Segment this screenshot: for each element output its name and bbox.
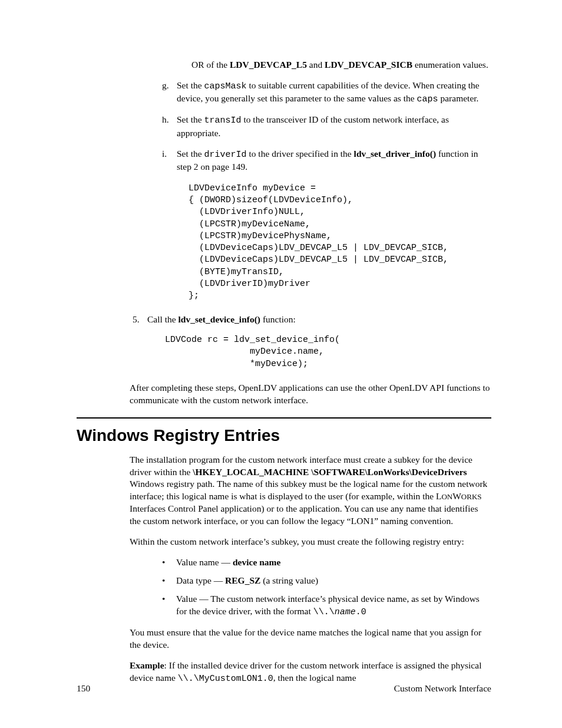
page-footer: 150 Custom Network Interface bbox=[77, 683, 491, 695]
bullet-icon: • bbox=[162, 575, 176, 587]
bullet-icon: • bbox=[162, 556, 176, 569]
smallcaps-text: ON bbox=[441, 492, 452, 501]
bullet-body: Value — The custom network interface’s p… bbox=[176, 593, 491, 618]
inline-code: transId bbox=[204, 116, 242, 126]
list-marker: g. bbox=[162, 80, 177, 106]
text: and bbox=[307, 60, 325, 70]
text: , then the logical name bbox=[273, 673, 356, 683]
bullet-value: • Value — The custom network interface’s… bbox=[162, 593, 491, 618]
text: Data type — bbox=[176, 575, 225, 585]
text: enumeration values. bbox=[412, 60, 488, 70]
func-name: ldv_set_driver_info() bbox=[354, 149, 436, 159]
continuation-line: OR of the LDV_DEVCAP_L5 and LDV_DEVCAP_S… bbox=[191, 59, 491, 71]
after-para: After completing these steps, OpenLDV ap… bbox=[130, 382, 491, 407]
bullet-list: • Value name — device name • Data type —… bbox=[162, 556, 491, 618]
text: W bbox=[452, 491, 461, 501]
code-block-device: LDVDeviceInfo myDevice = { (DWORD)sizeof… bbox=[189, 183, 491, 302]
registry-path: \HKEY_LOCAL_MACHINE \SOFTWARE\LonWorks\D… bbox=[193, 467, 467, 477]
reg-para-4: Example: If the installed device driver … bbox=[130, 660, 491, 685]
text: (a string value) bbox=[260, 575, 318, 585]
list-body: Set the transId to the transceiver ID of… bbox=[177, 114, 491, 139]
const-text: LDV_DEVCAP_L5 bbox=[230, 60, 307, 70]
list-body: Set the driverId to the driver specified… bbox=[177, 148, 491, 173]
bullet-body: Data type — REG_SZ (a string value) bbox=[176, 575, 318, 587]
list-body: Call the ldv_set_device_info() function: bbox=[147, 314, 491, 326]
reg-para-1: The installation program for the custom … bbox=[130, 454, 491, 528]
bullet-icon: • bbox=[162, 593, 176, 618]
text: function: bbox=[260, 314, 296, 324]
list-marker: 5. bbox=[133, 314, 147, 326]
const-text: LDV_DEVCAP_SICB bbox=[325, 60, 412, 70]
example-label: Example bbox=[130, 660, 164, 670]
text: Interfaces Control Panel application) or… bbox=[130, 503, 478, 526]
list-item-5: 5. Call the ldv_set_device_info() functi… bbox=[133, 314, 491, 326]
page: OR of the LDV_DEVCAP_L5 and LDV_DEVCAP_S… bbox=[0, 0, 562, 728]
bullet-data-type: • Data type — REG_SZ (a string value) bbox=[162, 575, 491, 587]
page-number: 150 bbox=[77, 683, 90, 695]
text: Value name — bbox=[176, 557, 233, 567]
section-heading: Windows Registry Entries bbox=[77, 417, 491, 447]
inline-code: driverId bbox=[204, 150, 247, 160]
inline-code: .0 bbox=[356, 607, 366, 617]
text: Windows registry path. The name of this … bbox=[130, 479, 487, 501]
code-block-call: LDVCode rc = ldv_set_device_info( myDevi… bbox=[165, 334, 491, 370]
bullet-value-name: • Value name — device name bbox=[162, 556, 491, 569]
text: Call the bbox=[147, 314, 178, 324]
text: Set the bbox=[177, 114, 204, 124]
list-marker: h. bbox=[162, 114, 177, 139]
bullet-body: Value name — device name bbox=[176, 556, 280, 569]
reg-para-2: Within the custom network interface’s su… bbox=[130, 536, 491, 548]
inline-code: \\.\ bbox=[313, 607, 335, 617]
inline-code-italic: name bbox=[335, 607, 356, 617]
list-item-i: i. Set the driverId to the driver specif… bbox=[162, 148, 491, 173]
strong-text: REG_SZ bbox=[225, 575, 260, 585]
text: Set the bbox=[177, 80, 204, 90]
list-item-h: h. Set the transId to the transceiver ID… bbox=[162, 114, 491, 139]
inline-code: capsMask bbox=[204, 81, 247, 91]
text: Set the bbox=[177, 149, 204, 159]
text: parameter. bbox=[438, 93, 479, 103]
func-name: ldv_set_device_info() bbox=[178, 314, 260, 324]
text: OR of the bbox=[191, 60, 230, 70]
reg-para-3: You must ensure that the value for the d… bbox=[130, 627, 491, 651]
footer-title: Custom Network Interface bbox=[394, 683, 491, 695]
inline-code: caps bbox=[417, 94, 438, 104]
list-body: Set the capsMask to suitable current cap… bbox=[177, 80, 491, 106]
smallcaps-text: ORKS bbox=[461, 492, 482, 501]
text: to the driver specified in the bbox=[247, 149, 354, 159]
strong-text: device name bbox=[233, 557, 280, 567]
list-marker: i. bbox=[162, 148, 177, 173]
list-item-g: g. Set the capsMask to suitable current … bbox=[162, 80, 491, 106]
